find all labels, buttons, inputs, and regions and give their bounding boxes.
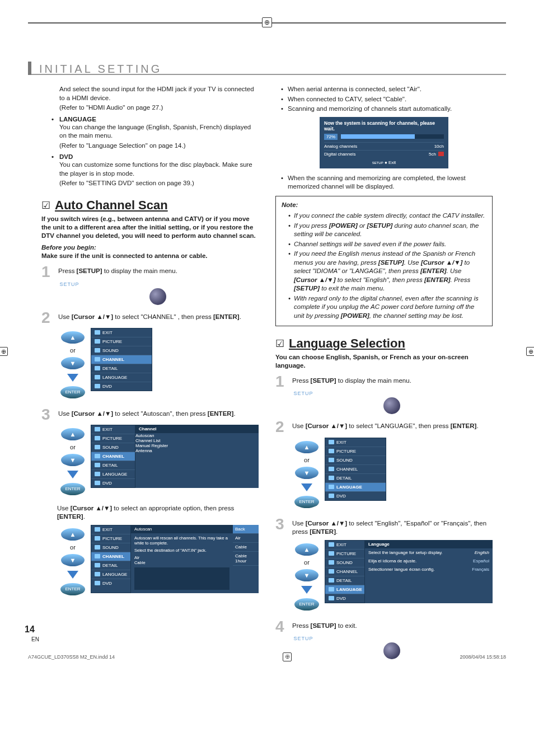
intro-hdmi: And select the sound input for the HDMI … — [59, 85, 259, 102]
osd-item: LANGUAGE — [336, 485, 362, 490]
section-header: INITIAL SETTING — [28, 63, 506, 75]
registration-mark-left-icon: ⊕ — [0, 347, 8, 356]
detail-icon — [95, 366, 100, 370]
analog-label: Analog channels — [324, 144, 357, 149]
page-number: 14 — [25, 624, 35, 635]
lang-row-value: Español — [473, 558, 489, 564]
dvd-icon — [95, 384, 100, 388]
dpad-graphic: ▲ or ▼ ENTER — [60, 331, 85, 398]
osd-main-menu-lang: EXIT PICTURE SOUND CHANNEL DETAIL LANGUA… — [325, 438, 386, 501]
section-title: INITIAL SETTING — [30, 63, 162, 75]
language-icon — [95, 375, 100, 379]
autoscan-cable-label: Cable — [134, 560, 146, 565]
dvd-text: You can customize some functions for the… — [59, 161, 259, 178]
detail-icon — [95, 463, 100, 467]
step-text: Press [SETUP] to display the main menu. — [58, 265, 259, 276]
right-column: When aerial antenna is connected, select… — [275, 85, 493, 665]
scan-exit-row: SETUP ● Exit — [324, 160, 444, 165]
osd-item: PICTURE — [102, 436, 122, 441]
language-text: You can change the language (English, Sp… — [59, 123, 259, 140]
osd-item: LANGUAGE — [102, 572, 127, 577]
exit-icon — [95, 527, 100, 532]
dpad-down-oval-icon: ▼ — [61, 454, 85, 466]
or-label: or — [304, 457, 310, 463]
step-text: Use [Cursor ▲/▼] to select "CHANNEL" , t… — [58, 311, 259, 322]
panel-item: Channel List — [135, 438, 259, 443]
setup-label: SETUP — [57, 281, 82, 287]
note-heading: Note: — [282, 201, 486, 210]
step-text: Press [SETUP] to display the main menu. — [292, 374, 493, 386]
or-label: or — [304, 559, 310, 566]
footer: A74GCUE_LD370SS8 M2_EN.indd 14 ⊕ 2008/04… — [28, 652, 506, 661]
osd-main-menu: EXIT PICTURE SOUND CHANNEL DETAIL LANGUA… — [91, 328, 152, 391]
enter-button-icon: ENTER — [60, 483, 85, 495]
osd-item: EXIT — [336, 440, 346, 445]
picture-icon — [95, 436, 100, 440]
lang-row-label: Sélectionner langue écran config. — [368, 567, 435, 572]
scan-percent: 72% — [324, 134, 338, 140]
antenna-diagram-icon — [134, 567, 229, 590]
ls-step2-illustration: ▲ or ▼ ENTER EXIT PICTURE SOUND CHANNEL … — [280, 438, 493, 510]
step-number: 1 — [275, 374, 288, 388]
picture-icon — [329, 551, 334, 556]
osd-item: CHANNEL — [102, 454, 124, 459]
step-number: 2 — [41, 311, 54, 325]
note-1: If you connect the cable system directly… — [288, 212, 486, 220]
osd-item: DETAIL — [336, 476, 352, 481]
step-text: Use [Cursor ▲/▼] to select "LANGUAGE", t… — [292, 420, 493, 431]
note-4: If you need the English menus instead of… — [288, 250, 486, 293]
channel-icon — [329, 467, 334, 471]
language-icon — [95, 572, 100, 576]
dpad-up-icon: ▲ — [295, 441, 318, 453]
language-ref: (Refer to "Language Selection" on page 1… — [59, 142, 259, 151]
lang-row-value: English — [475, 550, 489, 555]
enter-button-icon: ENTER — [60, 583, 85, 595]
osd-item: EXIT — [102, 427, 113, 432]
sound-icon — [95, 348, 100, 353]
dpad-up-icon: ▲ — [61, 331, 85, 344]
step3b-illustration: ▲ or ▼ ENTER EXIT PICTURE SOUND CHANNEL … — [46, 525, 259, 598]
setup-label: SETUP — [291, 391, 316, 396]
before-begin-text: Make sure if the unit is connected to an… — [41, 252, 259, 260]
note-3: Channel settings will be saved even if t… — [288, 240, 486, 249]
sound-icon — [329, 458, 334, 462]
autoscan-options: Back Air Cable Cable 1hour — [233, 525, 259, 593]
ls-step-1: 1 Press [SETUP] to display the main menu… — [275, 374, 493, 388]
step-number: 4 — [275, 619, 288, 633]
osd-item: DVD — [102, 481, 112, 486]
enter-button-icon: ENTER — [294, 496, 319, 508]
enter-button-icon: ENTER — [60, 386, 85, 398]
digital-label: Digital channels — [324, 152, 355, 157]
osd-item: SOUND — [336, 458, 353, 463]
label-language: LANGUAGE — [51, 116, 259, 123]
arrow-down-icon — [67, 374, 78, 382]
acs-step-1: 1 Press [SETUP] to display the main menu… — [41, 265, 259, 279]
exit-icon — [329, 440, 334, 444]
osd-item: PICTURE — [102, 339, 122, 344]
setup-button-icon — [383, 397, 400, 414]
post-scan-text: When the scanning and memorizing are com… — [281, 174, 493, 191]
label-dvd: DVD — [51, 153, 259, 160]
osd-item: DETAIL — [102, 563, 118, 568]
arrow-down-icon — [301, 483, 312, 491]
picture-icon — [95, 536, 100, 541]
osd-item: SOUND — [102, 545, 119, 550]
osd-side-menu: EXIT PICTURE SOUND CHANNEL DETAIL LANGUA… — [91, 525, 131, 593]
step-text: Use [Cursor ▲/▼] to select "Autoscan", t… — [58, 407, 259, 419]
dvd-icon — [329, 494, 334, 498]
osd-item: EXIT — [102, 330, 113, 335]
step-text: Use [Cursor ▲/▼] to select "English", "E… — [292, 517, 493, 537]
acs-step-3: 3 Use [Cursor ▲/▼] to select "Autoscan",… — [41, 407, 259, 421]
osd-item: LANGUAGE — [102, 472, 127, 477]
or-label: or — [70, 544, 76, 551]
dpad-down-oval-icon: ▼ — [61, 554, 85, 566]
stop-icon — [438, 152, 444, 156]
exit-icon — [95, 330, 100, 335]
dpad-graphic: ▲ or ▼ ENTER — [60, 528, 85, 595]
bullet-scanning: Scanning and memorizing of channels star… — [281, 105, 493, 114]
dvd-icon — [329, 596, 334, 600]
dpad-down-oval-icon: ▼ — [295, 467, 318, 479]
progress-fill-icon — [341, 134, 415, 139]
or-label: or — [70, 444, 76, 450]
osd-item: DVD — [102, 581, 112, 586]
